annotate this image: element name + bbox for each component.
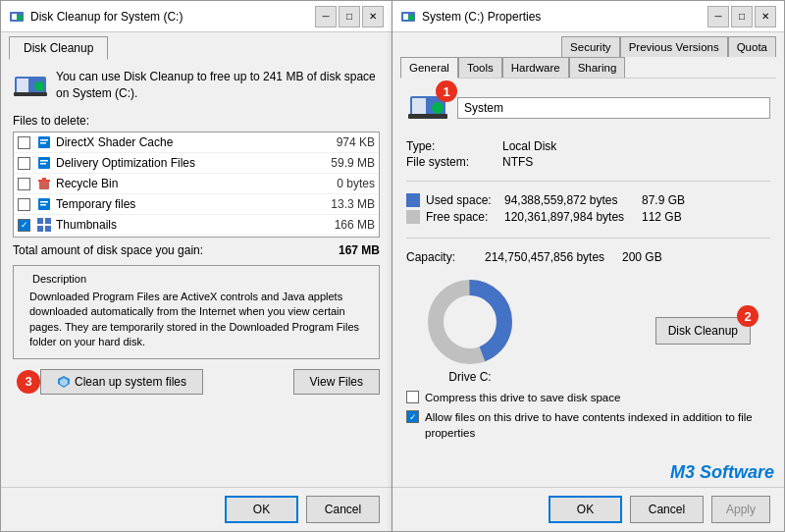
info-row: You can use Disk Cleanup to free up to 2… bbox=[13, 69, 380, 104]
space-rows: Used space: 94,388,559,872 bytes 87.9 GB… bbox=[406, 193, 770, 224]
used-label: Used space: bbox=[426, 193, 504, 207]
file-name-directx: DirectX Shader Cache bbox=[56, 135, 316, 149]
svg-rect-21 bbox=[37, 226, 43, 232]
description-group: Description Downloaded Program Files are… bbox=[13, 265, 380, 359]
cancel-button[interactable]: Cancel bbox=[306, 496, 380, 523]
checkboxes-section: Compress this drive to save disk space ✓… bbox=[406, 390, 770, 441]
fs-value: NTFS bbox=[502, 155, 770, 169]
checkbox-recycle[interactable] bbox=[18, 178, 30, 190]
description-legend: Description bbox=[29, 273, 89, 285]
svg-point-5 bbox=[34, 81, 44, 91]
props-ok-button[interactable]: OK bbox=[549, 496, 622, 523]
minimize-button[interactable]: ─ bbox=[315, 6, 337, 27]
properties-title: System (C:) Properties bbox=[422, 10, 707, 24]
disk-cleanup-button[interactable]: Disk Cleanup bbox=[655, 317, 751, 345]
list-item[interactable]: Recycle Bin 0 bytes bbox=[14, 174, 379, 194]
checkbox-delivery[interactable] bbox=[18, 157, 30, 170]
svg-rect-18 bbox=[40, 204, 46, 206]
compress-label: Compress this drive to save disk space bbox=[425, 390, 620, 405]
tab-sharing[interactable]: Sharing bbox=[569, 57, 626, 78]
window-controls: ─ □ ✕ bbox=[315, 6, 384, 27]
svg-rect-31 bbox=[408, 114, 447, 119]
free-color-box bbox=[406, 210, 420, 224]
file-name-temp: Temporary files bbox=[56, 197, 316, 211]
svg-rect-4 bbox=[17, 79, 28, 92]
file-size-temp: 13.3 MB bbox=[316, 197, 375, 211]
step2-badge: 2 bbox=[737, 305, 759, 327]
drive-label: Drive C: bbox=[448, 370, 491, 384]
svg-rect-8 bbox=[40, 139, 48, 141]
donut-container: Drive C: bbox=[426, 278, 514, 384]
svg-rect-29 bbox=[412, 98, 426, 114]
props-maximize-button[interactable]: □ bbox=[731, 6, 753, 27]
drive-name-input[interactable] bbox=[457, 97, 770, 119]
svg-rect-1 bbox=[12, 14, 17, 20]
checkbox-thumbnails[interactable]: ✓ bbox=[18, 219, 30, 232]
total-value: 167 MB bbox=[339, 243, 380, 257]
cleanup-btn-label: Clean up system files bbox=[75, 375, 186, 389]
list-item[interactable]: DirectX Shader Cache 974 KB bbox=[14, 133, 379, 153]
props-apply-button[interactable]: Apply bbox=[711, 496, 770, 523]
checkbox-temp[interactable] bbox=[18, 198, 30, 211]
props-cancel-button[interactable]: Cancel bbox=[630, 496, 704, 523]
list-item[interactable]: Delivery Optimization Files 59.9 MB bbox=[14, 153, 379, 174]
tab-hardware[interactable]: Hardware bbox=[502, 57, 569, 78]
tab-previous-versions[interactable]: Previous Versions bbox=[620, 36, 728, 57]
disk-cleanup-icon bbox=[9, 9, 25, 25]
disk-usage-chart bbox=[426, 278, 514, 366]
checkbox-directx[interactable] bbox=[18, 136, 30, 149]
svg-rect-17 bbox=[40, 201, 48, 203]
drive-icon-box: 1 bbox=[406, 88, 449, 128]
close-button[interactable]: ✕ bbox=[362, 6, 384, 27]
compress-checkbox[interactable] bbox=[406, 391, 419, 403]
disk-cleanup-titlebar: Disk Cleanup for System (C:) ─ □ ✕ bbox=[1, 1, 392, 32]
view-files-button[interactable]: View Files bbox=[293, 369, 380, 395]
file-size-thumbnails: 166 MB bbox=[316, 218, 375, 232]
tab-disk-cleanup[interactable]: Disk Cleanup bbox=[9, 36, 108, 60]
svg-rect-9 bbox=[40, 142, 46, 144]
disk-cleanup-title: Disk Cleanup for System (C:) bbox=[30, 10, 315, 24]
props-close-button[interactable]: ✕ bbox=[755, 6, 776, 27]
disk-cleanup-window: Disk Cleanup for System (C:) ─ □ ✕ Disk … bbox=[0, 0, 392, 532]
svg-point-27 bbox=[408, 15, 414, 21]
used-space-row: Used space: 94,388,559,872 bytes 87.9 GB bbox=[406, 193, 770, 207]
tab-general[interactable]: General bbox=[400, 57, 458, 79]
file-name-delivery: Delivery Optimization Files bbox=[56, 156, 316, 170]
dialog-buttons: OK Cancel bbox=[1, 487, 392, 531]
file-name-thumbnails: Thumbnails bbox=[56, 218, 316, 232]
capacity-row: Capacity: 214,750,457,856 bytes 200 GB bbox=[406, 250, 770, 264]
total-row: Total amount of disk space you gain: 167… bbox=[13, 243, 380, 257]
capacity-gb: 200 GB bbox=[622, 250, 662, 264]
free-label: Free space: bbox=[426, 210, 504, 224]
index-checkbox[interactable]: ✓ bbox=[406, 410, 419, 423]
properties-window: System (C:) Properties ─ □ ✕ Security Pr… bbox=[392, 0, 785, 532]
fs-label: File system: bbox=[406, 155, 495, 169]
svg-rect-13 bbox=[39, 181, 49, 189]
svg-point-30 bbox=[432, 102, 444, 114]
tab-security[interactable]: Security bbox=[561, 36, 620, 57]
maximize-button[interactable]: □ bbox=[339, 6, 360, 27]
svg-rect-12 bbox=[40, 163, 46, 165]
step3-badge: 3 bbox=[17, 370, 40, 394]
used-gb: 87.9 GB bbox=[642, 193, 685, 207]
properties-icon bbox=[400, 9, 416, 25]
list-item[interactable]: ✓ Thumbnails 166 MB bbox=[14, 215, 379, 236]
free-gb: 112 GB bbox=[642, 210, 682, 224]
list-item[interactable]: Temporary files 13.3 MB bbox=[14, 194, 379, 215]
tab-tools[interactable]: Tools bbox=[458, 57, 502, 78]
capacity-bytes: 214,750,457,856 bytes bbox=[485, 250, 622, 264]
tab-quota[interactable]: Quota bbox=[728, 36, 776, 57]
drive-info-icon bbox=[13, 69, 48, 104]
svg-rect-11 bbox=[40, 160, 48, 162]
ok-button[interactable]: OK bbox=[225, 496, 298, 523]
props-info-grid: Type: Local Disk File system: NTFS bbox=[406, 139, 770, 169]
files-label: Files to delete: bbox=[13, 114, 380, 128]
cleanup-system-files-button[interactable]: Clean up system files bbox=[40, 369, 203, 395]
file-size-delivery: 59.9 MB bbox=[316, 156, 375, 170]
svg-point-2 bbox=[17, 15, 23, 21]
props-window-controls: ─ □ ✕ bbox=[707, 6, 776, 27]
files-list[interactable]: DirectX Shader Cache 974 KB Delivery Opt… bbox=[13, 132, 380, 238]
shield-icon bbox=[57, 375, 71, 389]
description-text: Downloaded Program Files are ActiveX con… bbox=[22, 286, 371, 358]
props-minimize-button[interactable]: ─ bbox=[707, 6, 729, 27]
